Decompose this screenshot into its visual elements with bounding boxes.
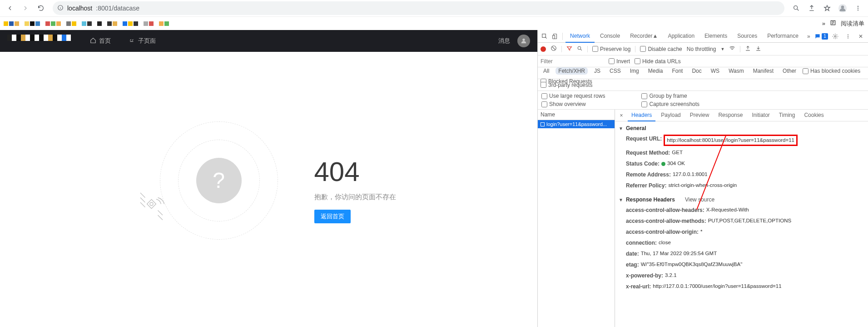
large-rows-label: Use large request rows — [549, 93, 605, 99]
detail-tab-payload[interactable]: Payload — [657, 110, 684, 121]
resp-header-key: x-powered-by: — [626, 272, 663, 280]
remote-address-key: Remote Address: — [626, 171, 671, 179]
preserve-log-label: Preserve log — [600, 46, 630, 52]
upload-icon[interactable] — [745, 45, 751, 53]
issues-button[interactable]: 1 — [814, 33, 828, 40]
resp-header-value: W/"35-Ef0Tmpw0QBK3qs8QafZ3MuuwjBA" — [641, 261, 743, 269]
request-list: Name login?user=11&password... — [538, 110, 615, 327]
type-font[interactable]: Font — [669, 67, 685, 75]
devtools-panel: Network Console Recorder ▲ Application E… — [537, 30, 868, 327]
close-devtools-icon[interactable]: ✕ — [855, 31, 866, 42]
throttling-select[interactable]: No throttling — [687, 46, 716, 52]
tab-elements[interactable]: Elements — [700, 30, 732, 43]
page-content: 首页 子页面 消息 ? — [0, 30, 537, 327]
request-url-value: http://localhost:8001/user/login?user=11… — [664, 135, 798, 146]
detail-tab-response[interactable]: Response — [714, 110, 746, 121]
close-detail-icon[interactable]: × — [617, 112, 626, 119]
request-row[interactable]: login?user=11&password... — [538, 120, 615, 128]
filter-icon[interactable] — [566, 45, 572, 53]
site-info-icon[interactable] — [57, 5, 64, 12]
detail-tab-cookies[interactable]: Cookies — [800, 110, 827, 121]
hide-data-urls-checkbox[interactable]: Hide data URLs — [635, 58, 681, 65]
capture-screenshots-checkbox[interactable]: Capture screenshots — [641, 101, 699, 107]
back-button[interactable] — [4, 2, 16, 15]
invert-checkbox[interactable]: Invert — [609, 58, 630, 65]
reload-button[interactable] — [35, 2, 47, 15]
device-icon[interactable] — [550, 31, 560, 42]
third-party-checkbox[interactable]: 3rd-party requests — [541, 82, 592, 88]
tab-network[interactable]: Network — [565, 30, 595, 43]
settings-icon[interactable] — [830, 31, 841, 42]
nav-sub[interactable]: 子页面 — [125, 37, 159, 45]
tab-sources[interactable]: Sources — [733, 30, 762, 43]
tab-performance[interactable]: Performance — [763, 30, 803, 43]
tab-recorder-label: Recorder — [630, 33, 652, 39]
type-fetch-xhr[interactable]: Fetch/XHR — [556, 67, 588, 75]
svg-point-3 — [841, 5, 844, 9]
detail-tab-initiator[interactable]: Initiator — [748, 110, 773, 121]
large-rows-checkbox[interactable]: Use large request rows — [541, 93, 605, 99]
clear-icon[interactable] — [551, 45, 557, 53]
status-code-value: 304 OK — [661, 160, 685, 168]
nav-home-label: 首页 — [99, 37, 111, 45]
filter-input[interactable] — [541, 58, 604, 65]
reading-list-label[interactable]: 阅读清单 — [841, 20, 864, 28]
zoom-icon[interactable] — [790, 2, 803, 15]
type-all[interactable]: All — [541, 67, 552, 75]
search-icon[interactable] — [577, 45, 583, 53]
type-wasm[interactable]: Wasm — [726, 67, 747, 75]
svg-point-16 — [848, 36, 848, 37]
response-headers-section[interactable]: ▼Response HeadersView source — [615, 195, 868, 205]
type-img[interactable]: Img — [627, 67, 642, 75]
type-doc[interactable]: Doc — [689, 67, 704, 75]
type-ws[interactable]: WS — [708, 67, 722, 75]
download-icon[interactable] — [755, 45, 761, 53]
preserve-log-checkbox[interactable]: Preserve log — [592, 46, 630, 52]
request-method-value: GET — [672, 149, 683, 157]
menu-icon[interactable] — [852, 2, 864, 15]
reading-list-icon[interactable] — [830, 20, 836, 27]
type-manifest[interactable]: Manifest — [750, 67, 776, 75]
star-icon[interactable] — [821, 2, 833, 15]
chevron-down-icon[interactable]: ▼ — [720, 47, 724, 51]
referrer-policy-value: strict-origin-when-cross-origin — [668, 181, 737, 190]
detail-tab-headers[interactable]: Headers — [628, 110, 655, 121]
nav-messages[interactable]: 消息 — [498, 37, 510, 45]
share-icon[interactable] — [805, 2, 818, 15]
forward-button[interactable] — [19, 2, 32, 15]
view-source-link[interactable]: View source — [685, 196, 714, 203]
profile-icon[interactable] — [836, 2, 849, 15]
chevron-right-icon[interactable]: » — [822, 20, 825, 27]
tab-console[interactable]: Console — [595, 30, 625, 43]
type-media[interactable]: Media — [645, 67, 666, 75]
wifi-icon[interactable] — [729, 45, 735, 53]
type-css[interactable]: CSS — [607, 67, 624, 75]
name-column-header[interactable]: Name — [538, 110, 615, 120]
inspect-icon[interactable] — [540, 31, 549, 42]
group-frame-checkbox[interactable]: Group by frame — [641, 93, 699, 99]
remote-address-value: 127.0.0.1:8001 — [673, 171, 708, 179]
tab-application[interactable]: Application — [663, 30, 699, 43]
address-bar[interactable]: localhost:8001/datacase — [53, 1, 784, 15]
url-path: :8001/datacase — [96, 5, 139, 12]
show-overview-checkbox[interactable]: Show overview — [541, 101, 605, 107]
tab-recorder[interactable]: Recorder ▲ — [625, 30, 662, 43]
more-tabs-icon[interactable]: » — [804, 31, 813, 42]
kebab-icon[interactable] — [843, 31, 853, 42]
has-blocked-cookies-checkbox[interactable]: Has blocked cookies — [803, 68, 860, 74]
disable-cache-checkbox[interactable]: Disable cache — [640, 46, 682, 52]
general-section[interactable]: ▼General — [615, 123, 868, 133]
detail-tab-preview[interactable]: Preview — [686, 110, 713, 121]
nav-home[interactable]: 首页 — [86, 37, 114, 45]
type-other[interactable]: Other — [780, 67, 799, 75]
issues-count: 1 — [822, 33, 828, 40]
detail-tab-timing[interactable]: Timing — [775, 110, 799, 121]
user-avatar[interactable] — [517, 35, 530, 47]
resp-header-key: access-control-allow-methods: — [626, 217, 706, 225]
resp-header-value: http://127.0.0.1:7000/user/login?user=11… — [653, 282, 781, 291]
record-button[interactable] — [541, 46, 546, 52]
type-js[interactable]: JS — [591, 67, 603, 75]
recorder-dot-icon: ▲ — [653, 33, 658, 39]
back-home-button[interactable]: 返回首页 — [314, 210, 351, 223]
svg-point-17 — [848, 37, 848, 38]
